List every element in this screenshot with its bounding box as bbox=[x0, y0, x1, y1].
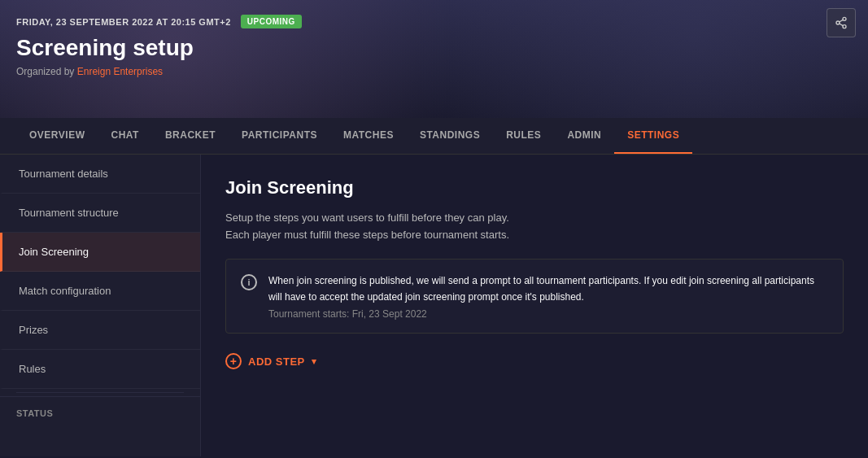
sidebar-section-status: Status bbox=[0, 396, 200, 423]
sidebar-item-match-configuration[interactable]: Match configuration bbox=[0, 272, 200, 311]
description-line1: Setup the steps you want users to fulfil… bbox=[225, 210, 844, 227]
organizer-label: Organized by bbox=[16, 66, 74, 77]
info-text: When join screening is published, we wil… bbox=[268, 273, 828, 306]
event-date-row: FRIDAY, 23 SEPTEMBER 2022 AT 20:15 GMT+2… bbox=[16, 15, 852, 28]
chevron-down-icon: ▾ bbox=[312, 356, 317, 367]
nav-item-settings[interactable]: SETTINGS bbox=[614, 118, 692, 154]
nav-item-chat[interactable]: CHAT bbox=[98, 118, 151, 154]
nav-item-bracket[interactable]: BRACKET bbox=[152, 118, 229, 154]
page-description: Setup the steps you want users to fulfil… bbox=[225, 210, 844, 244]
main-layout: Tournament details Tournament structure … bbox=[0, 155, 868, 456]
event-date: FRIDAY, 23 SEPTEMBER 2022 AT 20:15 GMT+2 bbox=[16, 17, 231, 27]
nav-item-participants[interactable]: PARTICIPANTS bbox=[229, 118, 330, 154]
nav-bar: OVERVIEW CHAT BRACKET PARTICIPANTS MATCH… bbox=[0, 118, 868, 155]
add-step-icon: + bbox=[225, 353, 242, 369]
sidebar-item-rules[interactable]: Rules bbox=[0, 350, 200, 389]
description-line2: Each player must fulfill these steps bef… bbox=[225, 227, 844, 244]
nav-item-rules[interactable]: RULES bbox=[493, 118, 554, 154]
nav-item-standings[interactable]: STANDINGS bbox=[407, 118, 493, 154]
page-title: Join Screening bbox=[225, 177, 844, 198]
add-step-button[interactable]: + ADD STEP ▾ bbox=[225, 353, 316, 369]
info-note: Tournament starts: Fri, 23 Sept 2022 bbox=[268, 308, 828, 320]
sidebar-item-prizes[interactable]: Prizes bbox=[0, 311, 200, 350]
nav-item-matches[interactable]: MATCHES bbox=[330, 118, 407, 154]
sidebar: Tournament details Tournament structure … bbox=[0, 155, 201, 456]
organizer-row: Organized by Enreign Enterprises bbox=[16, 66, 852, 77]
sidebar-item-tournament-details[interactable]: Tournament details bbox=[0, 155, 200, 194]
sidebar-item-join-screening[interactable]: Join Screening bbox=[0, 233, 200, 272]
svg-line-3 bbox=[840, 24, 844, 26]
svg-line-4 bbox=[840, 20, 844, 22]
info-box-content: When join screening is published, we wil… bbox=[268, 273, 828, 321]
info-icon: i bbox=[241, 274, 257, 290]
info-text-bold: When join screening is published, we wil… bbox=[268, 275, 814, 303]
share-button[interactable] bbox=[827, 8, 856, 37]
hero-banner: FRIDAY, 23 SEPTEMBER 2022 AT 20:15 GMT+2… bbox=[0, 0, 868, 118]
add-step-label: ADD STEP bbox=[248, 355, 305, 368]
event-title: Screening setup bbox=[16, 35, 852, 61]
organizer-link[interactable]: Enreign Enterprises bbox=[77, 66, 163, 77]
content-area: Join Screening Setup the steps you want … bbox=[201, 155, 868, 456]
nav-item-overview[interactable]: OVERVIEW bbox=[16, 118, 98, 154]
sidebar-item-tournament-structure[interactable]: Tournament structure bbox=[0, 194, 200, 233]
info-box: i When join screening is published, we w… bbox=[225, 259, 844, 334]
upcoming-badge: UPCOMING bbox=[241, 15, 302, 28]
hero-content: FRIDAY, 23 SEPTEMBER 2022 AT 20:15 GMT+2… bbox=[0, 0, 868, 77]
sidebar-divider bbox=[16, 392, 184, 393]
nav-item-admin[interactable]: ADMIN bbox=[554, 118, 614, 154]
